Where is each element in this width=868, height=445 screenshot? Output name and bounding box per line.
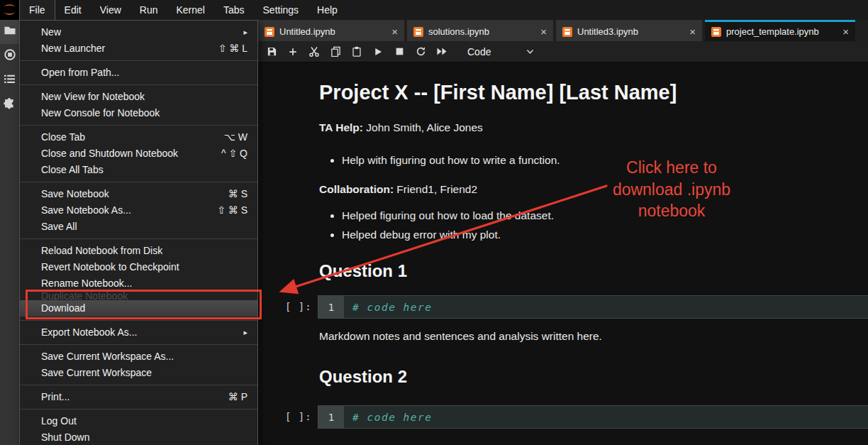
stop-icon — [395, 47, 404, 56]
sidebar-item-extensions[interactable] — [0, 92, 19, 116]
menu-item-new[interactable]: New▸ — [20, 24, 257, 40]
code-cell[interactable]: [ ]:1# code here — [318, 405, 868, 429]
menu-group: Save Notebook⌘ SSave Notebook As...⇧ ⌘ S… — [20, 182, 257, 238]
restart-kernel-button[interactable] — [415, 46, 426, 57]
menu-group: Save Current Workspace As...Save Current… — [20, 344, 257, 385]
close-icon[interactable]: × — [689, 26, 696, 37]
menu-item-label: New — [41, 24, 243, 40]
cut-button[interactable] — [308, 46, 320, 57]
menubar-item-kernel[interactable]: Kernel — [167, 0, 213, 20]
cell-prompt: [ ]: — [285, 411, 312, 422]
close-icon[interactable]: × — [842, 26, 849, 37]
menu-shortcut: ⌘ P — [228, 389, 247, 405]
menu-item-export-notebook-as[interactable]: Export Notebook As...▸ — [20, 324, 257, 341]
close-icon[interactable]: × — [391, 26, 398, 37]
menu-item-label: Save Notebook As... — [41, 202, 217, 219]
tab-project-template-ipynb[interactable]: project_template.ipynb× — [705, 20, 855, 41]
collaboration-value: Friend1, Friend2 — [394, 183, 477, 195]
menu-item-label: New Console for Notebook — [41, 105, 247, 121]
menu-item-save-current-workspace[interactable]: Save Current Workspace — [20, 365, 257, 381]
menu-item-new-launcher[interactable]: New Launcher⇧ ⌘ L — [20, 40, 257, 57]
annotation-line: Click here to — [596, 157, 747, 179]
cell-editor[interactable]: 1# code here — [318, 405, 868, 429]
stop-button[interactable] — [394, 46, 405, 57]
menubar-item-tabs[interactable]: Tabs — [214, 0, 254, 20]
tab-untitled3-ipynb[interactable]: Untitled3.ipynb× — [556, 20, 702, 41]
sidebar-item-running-kernels[interactable] — [0, 44, 19, 68]
sidebar-item-table-of-contents[interactable] — [0, 68, 19, 92]
menubar-item-edit[interactable]: Edit — [55, 0, 91, 20]
paste-button[interactable] — [351, 46, 362, 57]
menu-item-open-from-path[interactable]: Open from Path... — [20, 65, 257, 81]
run-icon — [374, 47, 383, 57]
line-number: 1 — [318, 296, 344, 318]
menu-item-new-view-for-notebook[interactable]: New View for Notebook — [20, 89, 257, 105]
close-icon[interactable]: × — [540, 26, 547, 37]
code-cell[interactable]: [ ]:1# code here — [318, 295, 868, 319]
copy-button[interactable] — [330, 46, 341, 57]
annotation-line: download .ipynb — [596, 179, 747, 201]
menu-item-save-notebook[interactable]: Save Notebook⌘ S — [20, 186, 257, 202]
run-all-icon — [436, 47, 447, 56]
cell-editor[interactable]: 1# code here — [318, 295, 868, 319]
menu-item-print[interactable]: Print...⌘ P — [20, 389, 257, 405]
menu-item-label: Print... — [41, 389, 228, 405]
running-kernels-icon — [4, 48, 16, 64]
notebook-icon — [265, 27, 274, 37]
menu-item-close-tab[interactable]: Close Tab⌥ W — [20, 129, 257, 145]
menubar-item-help[interactable]: Help — [308, 0, 347, 20]
menu-item-shut-down[interactable]: Shut Down — [20, 429, 257, 445]
menu-item-close-and-shutdown-notebook[interactable]: Close and Shutdown Notebook^ ⇧ Q — [20, 145, 257, 162]
menubar-item-run[interactable]: Run — [130, 0, 167, 20]
menu-item-log-out[interactable]: Log Out — [20, 413, 257, 429]
notebook-title: Project X -- [First Name] [Last Name] — [319, 79, 868, 105]
menu-shortcut: ⇧ ⌘ S — [217, 202, 247, 219]
menu-item-new-console-for-notebook[interactable]: New Console for Notebook — [20, 105, 257, 121]
collaboration-bullets: Helped figuring out how to load the data… — [319, 209, 868, 241]
submenu-arrow-icon: ▸ — [243, 324, 247, 341]
menu-group: Close Tab⌥ WClose and Shutdown Notebook^… — [20, 125, 257, 182]
sidebar-item-folder[interactable] — [0, 20, 19, 44]
copy-icon — [330, 46, 341, 57]
chevron-down-icon — [526, 49, 534, 55]
menu-group: New View for NotebookNew Console for Not… — [20, 84, 257, 125]
menu-item-save-current-workspace-as[interactable]: Save Current Workspace As... — [20, 348, 257, 365]
cell-code-text[interactable]: # code here — [344, 296, 868, 318]
notebook-icon — [711, 27, 721, 37]
add-cell-button[interactable] — [287, 46, 299, 57]
menubar-item-file[interactable]: File — [19, 0, 55, 20]
menu-item-reload-notebook-from-disk[interactable]: Reload Notebook from Disk — [20, 243, 257, 259]
restart-kernel-icon — [416, 46, 426, 57]
tab-label: Untitled.ipynb — [279, 26, 386, 37]
submenu-arrow-icon: ▸ — [243, 24, 247, 40]
cut-icon — [308, 46, 320, 57]
menubar-item-settings[interactable]: Settings — [254, 0, 308, 20]
annotation-line: notebook — [596, 200, 747, 222]
cell-type-dropdown[interactable]: Code — [467, 46, 534, 57]
cell-prompt: [ ]: — [285, 301, 312, 312]
file-menu: New▸New Launcher⇧ ⌘ LOpen from Path...Ne… — [19, 20, 258, 445]
menu-item-revert-notebook-to-checkpoint[interactable]: Revert Notebook to Checkpoint — [20, 259, 257, 275]
collaboration-label: Collaboration: — [319, 183, 394, 195]
jupyter-logo-icon — [1, 2, 18, 18]
save-button[interactable] — [266, 46, 277, 57]
tab-solutions-ipynb[interactable]: solutions.ipynb× — [407, 20, 553, 41]
menu-item-label: Save Current Workspace As... — [41, 348, 247, 365]
menu-shortcut: ^ ⇧ Q — [221, 145, 247, 162]
tab-untitled-ipynb[interactable]: Untitled.ipynb× — [258, 20, 404, 41]
menu-item-close-all-tabs[interactable]: Close All Tabs — [20, 162, 257, 178]
paste-icon — [352, 46, 362, 57]
menu-item-label: Save All — [41, 219, 247, 235]
menu-item-label: Log Out — [41, 413, 247, 429]
cell-code-text[interactable]: # code here — [344, 406, 868, 428]
menu-item-label: Shut Down — [41, 429, 247, 445]
run-all-button[interactable] — [436, 46, 447, 57]
menu-item-label: Export Notebook As... — [41, 324, 243, 341]
jupyter-logo[interactable] — [0, 0, 19, 20]
menubar-item-view[interactable]: View — [91, 0, 130, 20]
menu-item-save-notebook-as[interactable]: Save Notebook As...⇧ ⌘ S — [20, 202, 257, 219]
run-button[interactable] — [372, 46, 384, 57]
notebook-icon — [413, 27, 423, 37]
menu-item-save-all[interactable]: Save All — [20, 219, 257, 235]
menu-item-label: New Launcher — [41, 40, 218, 57]
